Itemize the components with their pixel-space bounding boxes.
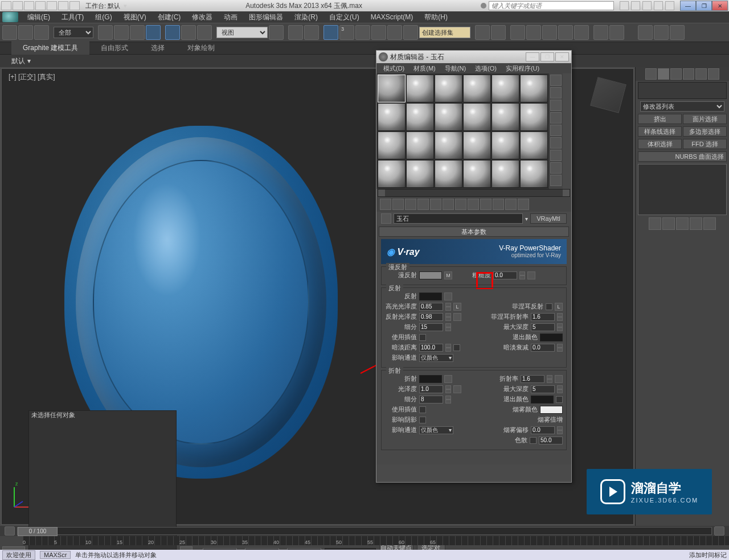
modifier-list-select[interactable]: 修改器列表	[640, 101, 724, 112]
qat-undo-icon[interactable]	[35, 1, 46, 10]
menu-render[interactable]: 渲染(R)	[289, 11, 323, 23]
unlink-icon[interactable]	[18, 25, 33, 40]
go-forward-icon[interactable]	[518, 199, 529, 210]
refr-exit-checkbox[interactable]	[556, 396, 563, 403]
backlight-icon[interactable]	[550, 87, 562, 98]
menu-create[interactable]: 创建(C)	[152, 11, 187, 23]
mat-slot-12[interactable]	[378, 131, 406, 159]
modify-tab-icon[interactable]	[658, 68, 669, 80]
refl-affect-select[interactable]: 仅颜色▾	[419, 354, 453, 362]
reset-map-icon[interactable]	[417, 199, 429, 210]
select-name-icon[interactable]	[114, 25, 129, 40]
make-copy-icon[interactable]	[430, 199, 441, 210]
mat-slot-17[interactable]	[520, 131, 548, 159]
maxscript-button[interactable]: MAXScr	[40, 551, 71, 559]
mod-btn-patchsel[interactable]: 面片选择	[683, 114, 727, 124]
select-by-mat-icon[interactable]	[550, 162, 562, 174]
manipulate-icon[interactable]	[288, 25, 303, 40]
window-crossing-icon[interactable]	[146, 25, 161, 40]
dispersion-spinner[interactable]: 50.0	[539, 437, 563, 444]
fresnel-checkbox[interactable]	[546, 303, 552, 310]
qat-redo-icon[interactable]	[47, 1, 57, 10]
roughness-spinner[interactable]: 0.0	[493, 271, 517, 279]
fresnel-ior-spinner[interactable]: 1.6	[531, 313, 555, 321]
refr-glossy-map-button[interactable]	[453, 385, 461, 393]
keyboard-shortcut-icon[interactable]	[304, 25, 319, 40]
menu-modifier[interactable]: 修改器	[186, 11, 218, 23]
mat-slot-15[interactable]	[463, 131, 491, 159]
create-tab-icon[interactable]	[645, 68, 657, 80]
mat-close-button[interactable]: ✕	[555, 52, 569, 61]
angle-snap-icon[interactable]: 3	[339, 25, 354, 40]
add-time-tag[interactable]: 添加时间标记	[689, 551, 727, 559]
spinner-snap-icon[interactable]	[371, 25, 386, 40]
diffuse-map-button[interactable]: M	[444, 271, 452, 279]
mat-maximize-button[interactable]: ❐	[540, 52, 554, 61]
menu-group[interactable]: 组(G)	[89, 11, 117, 23]
menu-maxscript[interactable]: MAXScript(M)	[365, 12, 419, 22]
refr-affect-select[interactable]: 仅颜色▾	[419, 426, 453, 434]
ribbon-tab-graphite[interactable]: Graphite 建模工具	[11, 42, 89, 55]
configure-icon[interactable]	[703, 217, 716, 230]
align-icon[interactable]	[491, 25, 506, 40]
key-icon[interactable]	[631, 1, 640, 10]
time-next-icon[interactable]	[714, 526, 724, 536]
ribbon-tab-select[interactable]: 选择	[140, 42, 176, 55]
refl-subdiv-spinner[interactable]: 15	[419, 323, 443, 331]
material-id-icon[interactable]	[468, 199, 479, 210]
mat-slot-2[interactable]	[435, 75, 462, 102]
menu-anim[interactable]: 动画	[218, 11, 243, 23]
menu-customize[interactable]: 自定义(U)	[323, 11, 365, 23]
refr-subdiv-spinner[interactable]: 8	[419, 396, 443, 403]
mat-minimize-button[interactable]: —	[526, 52, 539, 61]
time-slider-thumb[interactable]: 0 / 100	[18, 527, 58, 536]
refl-exit-swatch[interactable]	[540, 333, 563, 341]
time-slider[interactable]: 0 / 100	[17, 527, 712, 535]
mat-slot-23[interactable]	[520, 160, 548, 188]
search-input[interactable]	[489, 1, 614, 10]
diffuse-color-swatch[interactable]	[419, 271, 442, 279]
fog-bias-spinner[interactable]: 0.0	[531, 426, 555, 434]
mod-btn-splinesel[interactable]: 样条线选择	[638, 126, 682, 137]
reflect-color-swatch[interactable]	[419, 293, 442, 300]
dispersion-checkbox[interactable]	[530, 437, 536, 444]
mat-slot-5[interactable]	[520, 75, 548, 102]
select-region-icon[interactable]	[130, 25, 145, 40]
mat-slot-20[interactable]	[435, 160, 462, 188]
select-rotate-icon[interactable]	[181, 25, 196, 40]
edit-named-sel-icon[interactable]	[387, 25, 402, 40]
mod-btn-nurbs[interactable]: NURBS 曲面选择	[638, 151, 727, 162]
rglossy-spinner[interactable]: 0.98	[419, 313, 443, 321]
layer-manager-icon[interactable]	[510, 25, 525, 40]
minimize-button[interactable]: —	[680, 1, 696, 11]
mat-slot-16[interactable]	[492, 131, 519, 159]
welcome-button[interactable]: 欢迎使用	[2, 550, 35, 560]
rglossy-map-button[interactable]	[453, 313, 461, 321]
get-material-icon[interactable]	[380, 199, 391, 210]
reflect-map-button[interactable]	[444, 293, 452, 300]
mat-slot-4[interactable]	[492, 75, 519, 102]
favorite-icon[interactable]	[654, 1, 663, 10]
selection-filter-select[interactable]: 全部	[54, 27, 93, 38]
mod-btn-ffdsel[interactable]: FFD 选择	[683, 139, 727, 149]
remove-mod-icon[interactable]	[690, 217, 702, 230]
fog-color-swatch[interactable]	[540, 406, 563, 414]
ribbon-tab-freeform[interactable]: 自由形式	[89, 42, 140, 55]
sample-uv-icon[interactable]	[550, 112, 562, 123]
refr-maxdepth-spinner[interactable]: 5	[531, 385, 555, 393]
motion-tab-icon[interactable]	[683, 68, 694, 80]
close-button[interactable]: ✕	[712, 1, 728, 11]
pick-material-icon[interactable]	[381, 213, 391, 224]
mat-slot-11[interactable]	[520, 103, 548, 131]
viewcube[interactable]	[588, 75, 628, 114]
qat-new-icon[interactable]	[1, 1, 11, 10]
mat-menu-mode[interactable]: 模式(D)	[379, 63, 409, 73]
select-object-icon[interactable]	[98, 25, 113, 40]
dim-dist-checkbox[interactable]	[453, 344, 460, 351]
video-color-icon[interactable]	[550, 125, 562, 136]
mat-menu-material[interactable]: 材质(M)	[409, 63, 440, 73]
roughness-map-button[interactable]	[527, 271, 535, 279]
mat-slot-10[interactable]	[492, 103, 519, 131]
mirror-icon[interactable]	[475, 25, 490, 40]
options-icon[interactable]	[550, 150, 562, 161]
